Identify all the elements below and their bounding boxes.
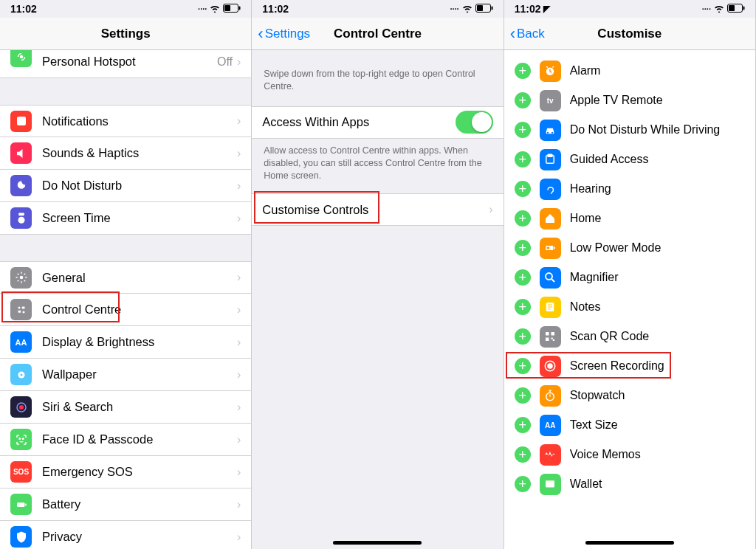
row-label: Sounds & Haptics — [42, 146, 237, 160]
svg-point-11 — [22, 311, 24, 313]
nav-title: Customise — [597, 27, 662, 41]
faceid-icon — [10, 429, 32, 450]
add-button[interactable]: + — [515, 240, 531, 256]
back-label: Settings — [265, 27, 310, 41]
stopwatch-icon — [540, 385, 561, 407]
svg-point-8 — [18, 306, 20, 308]
row-label: Personal Hotspot — [42, 55, 217, 69]
svg-rect-2 — [239, 7, 241, 10]
pane-settings: 11:02 Settings Personal Hotspot Off › No… — [0, 0, 252, 549]
svg-point-3 — [19, 55, 23, 58]
row-display[interactable]: AADisplay & Brightness› — [0, 326, 251, 359]
add-button[interactable]: + — [515, 122, 531, 138]
row-textsize[interactable]: +AAText Size — [504, 410, 755, 440]
svg-rect-30 — [548, 154, 552, 156]
chevron-right-icon: › — [237, 212, 241, 225]
screentime-icon — [10, 207, 32, 229]
row-guided[interactable]: +Guided Access — [504, 145, 755, 174]
row-label: Control Centre — [42, 303, 237, 317]
wifi-icon — [462, 4, 472, 14]
privacy-icon — [10, 526, 32, 548]
svg-rect-38 — [546, 338, 549, 342]
row-battery[interactable]: Battery› — [0, 488, 251, 521]
row-home[interactable]: +Home — [504, 204, 755, 233]
row-sos[interactable]: SOSEmergency SOS› — [0, 456, 251, 488]
chevron-right-icon: › — [237, 466, 241, 479]
row-wallpaper[interactable]: Wallpaper› — [0, 359, 251, 391]
add-button[interactable]: + — [515, 476, 531, 492]
svg-rect-32 — [554, 247, 555, 249]
add-button[interactable]: + — [515, 328, 531, 345]
add-button[interactable]: + — [515, 269, 531, 286]
status-time: 11:02 — [10, 3, 37, 15]
svg-rect-9 — [21, 306, 24, 308]
svg-rect-40 — [553, 339, 554, 341]
general-icon — [10, 267, 32, 289]
row-hearing[interactable]: +Hearing — [504, 174, 755, 204]
add-button[interactable]: + — [515, 417, 531, 433]
qr-icon — [540, 326, 561, 348]
add-button[interactable]: + — [515, 210, 531, 227]
nav-title: Control Centre — [334, 27, 422, 41]
add-button[interactable]: + — [515, 387, 531, 404]
cell-signal-icon — [198, 4, 207, 13]
row-stopwatch[interactable]: +Stopwatch — [504, 381, 755, 410]
row-label: Wallpaper — [42, 367, 237, 381]
row-wallet[interactable]: +Wallet — [504, 469, 755, 499]
sos-icon: SOS — [10, 461, 32, 483]
row-personal-hotspot[interactable]: Personal Hotspot Off › — [0, 50, 251, 78]
status-bar: 11:02 — [252, 0, 503, 18]
back-button[interactable]: ‹ Back — [510, 26, 545, 42]
chevron-right-icon: › — [237, 531, 241, 544]
add-button[interactable]: + — [515, 92, 531, 108]
row-alarm[interactable]: +Alarm — [504, 56, 755, 86]
back-label: Back — [517, 27, 545, 41]
cc-desc-bottom: Allow access to Control Centre within ap… — [252, 139, 503, 188]
chevron-right-icon: › — [237, 498, 241, 511]
row-label: Siri & Search — [42, 400, 237, 414]
svg-rect-36 — [546, 332, 549, 336]
row-general[interactable]: General› — [0, 261, 251, 294]
add-button[interactable]: + — [515, 358, 531, 374]
row-label: Face ID & Passcode — [42, 432, 237, 446]
row-privacy[interactable]: Privacy› — [0, 521, 251, 549]
add-button[interactable]: + — [515, 446, 531, 463]
svg-rect-1 — [224, 5, 230, 11]
row-lowpower[interactable]: +Low Power Mode — [504, 233, 755, 263]
wallet-icon — [540, 474, 561, 495]
pane-customise: 11:02 ◤ ‹ Back Customise +Alarm+tvApple … — [504, 0, 756, 549]
add-button[interactable]: + — [515, 181, 531, 197]
textsize-icon: AA — [540, 415, 561, 436]
add-button[interactable]: + — [515, 299, 531, 315]
row-siri[interactable]: Siri & Search› — [0, 391, 251, 424]
row-label: Hearing — [570, 182, 745, 196]
row-label: Wallet — [570, 477, 745, 491]
row-dnd[interactable]: Do Not Disturb› — [0, 170, 251, 202]
status-time: 11:02 — [262, 3, 289, 15]
row-dnddriving[interactable]: +Do Not Disturb While Driving — [504, 115, 755, 145]
row-access-within-apps[interactable]: Access Within Apps — [252, 106, 503, 139]
add-button[interactable]: + — [515, 151, 531, 168]
row-customise-controls[interactable]: Customise Controls › — [252, 193, 503, 226]
row-sounds[interactable]: Sounds & Haptics› — [0, 137, 251, 170]
row-voicememos[interactable]: +Voice Memos — [504, 440, 755, 469]
row-notifications[interactable]: Notifications› — [0, 105, 251, 137]
row-magnifier[interactable]: +Magnifier — [504, 263, 755, 292]
row-notes[interactable]: +Notes — [504, 292, 755, 322]
row-label: Notes — [570, 300, 745, 314]
row-label: Magnifier — [570, 271, 745, 284]
row-faceid[interactable]: Face ID & Passcode› — [0, 424, 251, 456]
row-screenrec[interactable]: +Screen Recording — [504, 351, 755, 381]
row-controlcentre[interactable]: Control Centre› — [0, 294, 251, 326]
row-qr[interactable]: +Scan QR Code — [504, 322, 755, 351]
row-screentime[interactable]: Screen Time› — [0, 202, 251, 235]
toggle-access[interactable] — [456, 111, 493, 134]
row-appletv[interactable]: +tvApple TV Remote — [504, 86, 755, 115]
voicememos-icon — [540, 444, 561, 466]
back-button[interactable]: ‹ Settings — [258, 26, 310, 42]
row-label: Customise Controls — [262, 203, 489, 217]
svg-rect-22 — [491, 7, 492, 10]
row-label: Stopwatch — [570, 389, 745, 402]
add-button[interactable]: + — [515, 63, 531, 79]
chevron-right-icon: › — [237, 179, 241, 193]
